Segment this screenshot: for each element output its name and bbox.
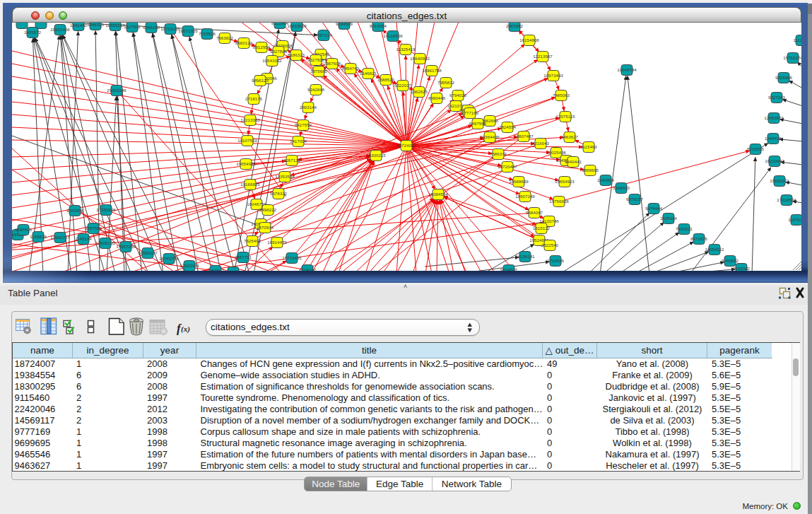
svg-text:9463627: 9463627: [561, 134, 579, 139]
svg-text:9115460: 9115460: [580, 144, 597, 149]
svg-text:16640910: 16640910: [410, 56, 430, 61]
svg-text:8912954: 8912954: [253, 45, 271, 49]
svg-text:10688609: 10688609: [509, 179, 529, 184]
svg-text:6216043: 6216043: [532, 141, 550, 146]
svg-text:1112063: 1112063: [793, 37, 801, 42]
svg-text:2087682: 2087682: [506, 23, 524, 28]
svg-text:9329966: 9329966: [775, 75, 793, 80]
svg-text:7625402: 7625402: [244, 238, 261, 243]
svg-text:13353594: 13353594: [275, 174, 295, 179]
svg-text:6879197: 6879197: [626, 197, 644, 201]
svg-text:12093873: 12093873: [764, 115, 784, 120]
svg-text:14136141: 14136141: [515, 254, 535, 259]
svg-text:7357224: 7357224: [315, 33, 333, 37]
svg-text:15300215: 15300215: [366, 153, 386, 158]
svg-text:1841460: 1841460: [70, 23, 88, 28]
svg-text:1640954: 1640954: [597, 177, 615, 182]
svg-text:11325419: 11325419: [396, 47, 416, 52]
svg-text:10654112: 10654112: [705, 247, 724, 252]
svg-text:18724007: 18724007: [396, 143, 416, 148]
svg-text:2020656: 2020656: [66, 208, 84, 213]
svg-text:1362625: 1362625: [411, 89, 428, 94]
svg-text:1145194: 1145194: [75, 236, 92, 241]
svg-text:16671355: 16671355: [178, 28, 198, 33]
svg-text:19756928: 19756928: [549, 199, 569, 204]
svg-text:12213967: 12213967: [533, 54, 553, 59]
svg-text:10973493: 10973493: [543, 73, 563, 78]
svg-text:9474444: 9474444: [645, 206, 663, 211]
svg-text:16210643: 16210643: [765, 158, 784, 163]
svg-text:10807487: 10807487: [514, 134, 534, 139]
svg-text:8186323: 8186323: [288, 52, 305, 57]
svg-text:8813054: 8813054: [370, 23, 387, 28]
svg-text:16033809: 16033809: [287, 23, 307, 28]
svg-text:16782759: 16782759: [159, 256, 179, 261]
svg-text:17016504: 17016504: [777, 197, 796, 202]
svg-text:20364436: 20364436: [480, 134, 500, 139]
svg-text:1417004: 1417004: [290, 139, 307, 144]
svg-text:6322037: 6322037: [394, 83, 412, 88]
svg-text:6794028: 6794028: [449, 93, 467, 98]
svg-text:15692971: 15692971: [770, 178, 789, 183]
svg-text:8990448: 8990448: [428, 95, 446, 100]
svg-text:1244415: 1244415: [765, 136, 782, 141]
svg-text:19166825: 19166825: [240, 182, 260, 187]
svg-text:9440441: 9440441: [565, 159, 582, 164]
svg-text:9634509: 9634509: [336, 23, 353, 26]
svg-text:8454749: 8454749: [342, 66, 360, 71]
svg-text:8427552: 8427552: [295, 122, 312, 127]
svg-text:1733426: 1733426: [547, 258, 565, 263]
svg-text:7386372: 7386372: [490, 151, 507, 156]
svg-text:9777169: 9777169: [461, 110, 479, 115]
svg-text:8215955: 8215955: [747, 146, 765, 151]
svg-text:7485063: 7485063: [553, 93, 570, 98]
svg-text:20691406: 20691406: [50, 27, 70, 32]
svg-text:9242848: 9242848: [307, 87, 325, 92]
svg-text:3875685: 3875685: [310, 69, 328, 74]
svg-text:1615132: 1615132: [533, 226, 551, 230]
svg-text:1405572: 1405572: [24, 30, 42, 35]
svg-text:9397588: 9397588: [85, 226, 102, 230]
svg-text:17359926: 17359926: [96, 207, 116, 212]
svg-text:3824554: 3824554: [499, 124, 517, 129]
svg-text:12975115: 12975115: [555, 114, 575, 119]
svg-text:12923466: 12923466: [180, 263, 199, 268]
svg-text:8660124: 8660124: [235, 40, 253, 45]
svg-text:5678332: 5678332: [270, 191, 288, 196]
svg-text:9546315: 9546315: [87, 23, 105, 27]
svg-text:(x): (x): [181, 325, 190, 334]
svg-text:1527602: 1527602: [124, 24, 141, 29]
svg-text:15716485: 15716485: [282, 255, 302, 260]
svg-text:9284512: 9284512: [207, 268, 225, 271]
svg-text:1588520: 1588520: [377, 77, 395, 82]
svg-text:2718176: 2718176: [245, 96, 263, 101]
svg-text:9327506: 9327506: [270, 49, 288, 54]
svg-text:9146821: 9146821: [360, 71, 377, 76]
svg-text:29053346: 29053346: [107, 88, 126, 93]
svg-text:3590615: 3590615: [15, 227, 33, 232]
svg-text:9457791: 9457791: [235, 255, 252, 259]
svg-text:19654923: 19654923: [555, 179, 575, 184]
svg-text:18107553: 18107553: [237, 138, 257, 143]
svg-text:6966160: 6966160: [143, 25, 160, 30]
svg-text:15720407: 15720407: [498, 164, 517, 169]
svg-text:3267130: 3267130: [283, 158, 301, 163]
svg-text:9624502: 9624502: [500, 267, 518, 271]
svg-text:16961758: 16961758: [422, 68, 442, 73]
svg-text:1470934: 1470934: [257, 225, 274, 230]
svg-text:19384554: 19384554: [428, 192, 448, 197]
svg-text:2803144: 2803144: [300, 105, 317, 110]
svg-text:1167533: 1167533: [788, 217, 801, 222]
svg-text:19218506: 19218506: [383, 33, 403, 38]
svg-text:9227343: 9227343: [768, 95, 786, 100]
svg-text:10655267: 10655267: [105, 23, 125, 28]
svg-text:12942757: 12942757: [50, 235, 70, 240]
svg-text:7314092: 7314092: [299, 267, 317, 271]
svg-text:2367608: 2367608: [324, 61, 341, 66]
svg-text:7955812: 7955812: [437, 80, 455, 85]
svg-text:10719155: 10719155: [160, 26, 180, 31]
svg-text:12905135: 12905135: [95, 240, 115, 245]
svg-text:8127345: 8127345: [225, 269, 242, 271]
svg-text:7632621: 7632621: [676, 226, 693, 231]
svg-text:5498222: 5498222: [259, 207, 277, 212]
